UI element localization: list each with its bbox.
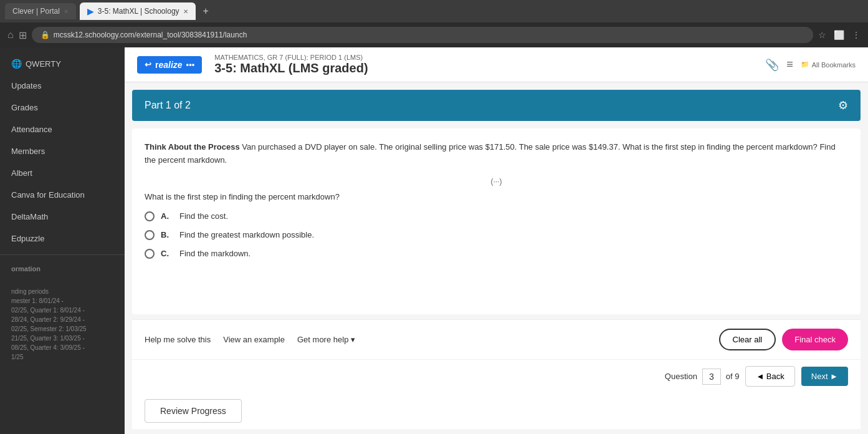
tab-clever-label: Clever | Portal	[12, 7, 60, 16]
help-solve-link[interactable]: Help me solve this	[145, 335, 211, 344]
screenshot-icon[interactable]: ⬜	[834, 30, 844, 40]
bookmark-icon: 📁	[801, 60, 809, 69]
sidebar-section-label: ormation	[0, 260, 125, 275]
sidebar-item-members[interactable]: Members	[0, 140, 125, 162]
course-info: MATHEMATICS, GR 7 (FULL): PERIOD 1 (LMS)…	[202, 54, 765, 75]
clear-all-button[interactable]: Clear all	[719, 329, 776, 350]
attachment-icon[interactable]: 📎	[765, 58, 779, 72]
menu-icon[interactable]: ⋮	[852, 30, 861, 40]
radio-a[interactable]	[145, 211, 155, 221]
back-button[interactable]: ◄ Back	[745, 366, 794, 387]
course-title: 3-5: MathXL (LMS graded)	[214, 61, 765, 75]
sidebar-item-grades[interactable]: Grades	[0, 97, 125, 118]
next-button[interactable]: Next ►	[801, 367, 848, 386]
mathxl-icon: ▶	[87, 6, 94, 16]
qwerty-label: QWERTY	[26, 59, 61, 69]
sidebar-item-attendance[interactable]: Attendance	[0, 118, 125, 140]
settings-icon[interactable]: ⚙	[838, 99, 848, 112]
option-a-label: A.	[161, 211, 173, 221]
option-c-label: C.	[161, 249, 173, 258]
radio-c[interactable]	[145, 249, 155, 259]
view-example-link[interactable]: View an example	[223, 335, 285, 344]
part-header: Part 1 of 2 ⚙	[132, 90, 861, 121]
content-topbar: ↩ realize ••• MATHEMATICS, GR 7 (FULL): …	[125, 47, 868, 82]
tab-add-button[interactable]: +	[199, 6, 212, 17]
sidebar-item-canva[interactable]: Canva for Education	[0, 184, 125, 206]
address-bar: ⌂ ⊞ 🔒 mcssk12.schoology.com/external_too…	[0, 22, 868, 47]
option-a-text: Find the cost.	[179, 211, 228, 221]
tab-clever[interactable]: Clever | Portal ✕	[5, 3, 76, 19]
text-icon[interactable]: ≡	[786, 58, 793, 71]
nav-icons: ⌂ ⊞	[7, 29, 27, 41]
course-subtitle: MATHEMATICS, GR 7 (FULL): PERIOD 1 (LMS)	[214, 54, 765, 61]
secure-icon: 🔒	[41, 31, 50, 39]
url-bar[interactable]: 🔒 mcssk12.schoology.com/external_tool/30…	[32, 27, 813, 43]
question-text: Think About the Process Van purchased a …	[145, 141, 848, 167]
browser-actions: ☆ ⬜ ⋮	[818, 30, 861, 40]
sidebar-item-deltamath[interactable]: DeltaMath	[0, 206, 125, 228]
question-body: Van purchased a DVD player on sale. The …	[145, 142, 836, 165]
of-label: of 9	[726, 372, 740, 381]
sidebar: 🌐 QWERTY Updates Grades Attendance Membe…	[0, 47, 125, 434]
more-help-link[interactable]: Get more help ▾	[297, 335, 355, 344]
question-label: Question	[665, 372, 697, 381]
question-nav: Question 3 of 9	[665, 369, 740, 385]
sidebar-item-albert[interactable]: Albert	[0, 162, 125, 184]
tab-close-clever[interactable]: ✕	[64, 8, 69, 15]
option-c[interactable]: C. Find the markdown.	[145, 249, 848, 259]
sidebar-item-edpuzzle[interactable]: Edpuzzle	[0, 228, 125, 249]
option-b-text: Find the greatest markdown possible.	[179, 230, 314, 239]
dots-separator: (···)	[145, 177, 848, 186]
star-icon[interactable]: ☆	[818, 30, 826, 40]
review-progress-button[interactable]: Review Progress	[145, 399, 242, 423]
option-c-text: Find the markdown.	[179, 249, 250, 258]
sidebar-item-updates[interactable]: Updates	[0, 75, 125, 97]
sidebar-divider	[0, 254, 125, 255]
main-layout: 🌐 QWERTY Updates Grades Attendance Membe…	[0, 47, 868, 434]
tab-close-mathxl[interactable]: ✕	[183, 8, 188, 15]
question-number: 3	[702, 369, 721, 385]
option-b-label: B.	[161, 230, 173, 239]
url-text: mcssk12.schoology.com/external_tool/3083…	[54, 31, 247, 39]
bottom-links: Help me solve this View an example Get m…	[145, 335, 355, 344]
qwerty-icon: 🌐	[11, 59, 22, 69]
content-area: ↩ realize ••• MATHEMATICS, GR 7 (FULL): …	[125, 47, 868, 434]
part-title: Part 1 of 2	[145, 100, 191, 111]
tab-mathxl[interactable]: ▶ 3-5: MathXL | Schoology ✕	[80, 2, 196, 20]
sidebar-period-info: nding periods mester 1: 8/01/24 - 02/25,…	[0, 275, 125, 364]
realize-logo-text: realize	[155, 60, 183, 70]
final-check-button[interactable]: Final check	[782, 329, 848, 350]
answer-options: A. Find the cost. B. Find the greatest m…	[145, 211, 848, 259]
browser-chrome: Clever | Portal ✕ ▶ 3-5: MathXL | School…	[0, 0, 868, 22]
bottom-actions: Clear all Final check	[719, 329, 848, 350]
review-section: Review Progress	[132, 393, 861, 429]
bottom-bar: Help me solve this View an example Get m…	[132, 319, 861, 359]
question-intro: Think About the Process	[145, 142, 240, 152]
all-bookmarks-button[interactable]: 📁 All Bookmarks	[801, 60, 856, 69]
option-b[interactable]: B. Find the greatest markdown possible.	[145, 230, 848, 240]
home-icon[interactable]: ⌂	[7, 29, 14, 41]
question-area: Think About the Process Van purchased a …	[132, 128, 861, 314]
realize-logo-button[interactable]: ↩ realize •••	[137, 56, 202, 74]
option-a[interactable]: A. Find the cost.	[145, 211, 848, 221]
tab-mathxl-label: 3-5: MathXL | Schoology	[98, 7, 179, 16]
realize-arrow-icon: ↩	[145, 60, 151, 69]
sub-question: What is the first step in finding the pe…	[145, 192, 848, 201]
radio-b[interactable]	[145, 230, 155, 240]
topbar-actions: 📎 ≡ 📁 All Bookmarks	[765, 58, 856, 72]
realize-dots: •••	[186, 60, 195, 69]
nav-bar: Question 3 of 9 ◄ Back Next ►	[132, 359, 861, 393]
tab-grid-icon[interactable]: ⊞	[19, 29, 27, 41]
